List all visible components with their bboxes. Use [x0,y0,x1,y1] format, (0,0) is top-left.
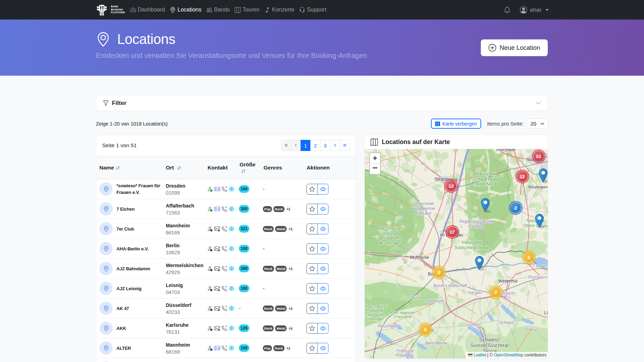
svg-text:Parc naturel: Parc naturel [365,304,387,308]
svg-text:Naturpark: Naturpark [476,171,496,176]
svg-text:des Ballons: des Ballons [379,236,401,241]
svg-text:51: 51 [536,154,541,159]
svg-text:7: 7 [494,290,497,295]
svg-text:Mulhouse: Mulhouse [410,255,429,260]
svg-text:Horloger: Horloger [369,317,384,321]
svg-text:régional: régional [369,308,384,312]
svg-text:Naturpark: Naturpark [461,240,482,245]
svg-text:Fribourg/: Fribourg/ [396,348,415,353]
svg-text:Glarus: Glarus [525,327,538,332]
svg-text:d'Alsace: d'Alsace [415,211,432,216]
svg-text:Freiburg: Freiburg [397,353,414,358]
svg-text:Suisse/Svizzera/: Suisse/Svizzera/ [470,342,509,348]
svg-text:12: 12 [448,183,454,189]
svg-text:Winterthur: Winterthur [498,279,517,284]
svg-text:Schweiz/: Schweiz/ [479,337,500,342]
svg-text:Thurgau: Thurgau [528,275,544,280]
svg-text:Aargau: Aargau [468,290,482,295]
svg-text:Bern/Berne: Bern/Berne [425,341,447,346]
svg-text:17: 17 [449,229,455,235]
svg-text:Regierungsbezirk: Regierungsbezirk [459,219,493,224]
svg-text:2: 2 [514,205,517,211]
svg-text:régional: régional [382,231,398,236]
svg-text:Schwarzwald: Schwarzwald [472,176,499,182]
svg-text:Neuchâtel: Neuchâtel [378,324,398,329]
svg-text:Mitte/Nord: Mitte/Nord [475,181,497,187]
svg-text:Zürich: Zürich [501,291,514,296]
svg-text:Reutlingen: Reutlingen [529,185,548,189]
svg-text:du Doubs: du Doubs [368,312,385,317]
svg-text:5: 5 [528,255,530,260]
svg-text:Basel-Landschaft: Basel-Landschaft [433,283,467,288]
svg-text:Li: Li [544,310,548,315]
svg-text:Luzern: Luzern [467,322,480,327]
svg-text:Freiburg: Freiburg [468,224,485,229]
svg-text:Bodensee: Bodensee [536,264,548,268]
svg-text:européenne: européenne [412,206,435,211]
svg-text:9: 9 [438,270,440,275]
svg-text:Collectivité: Collectivité [413,201,434,206]
svg-text:Schwyz: Schwyz [499,320,514,325]
svg-text:22: 22 [520,174,525,179]
svg-text:Jura: Jura [411,295,420,300]
svg-text:Parc régional: Parc régional [391,310,414,315]
svg-text:Solothurn: Solothurn [425,299,444,303]
svg-text:Südschwarzwald: Südschwarzwald [454,245,488,250]
svg-text:Pforzheim: Pforzheim [497,149,515,152]
svg-text:Parc naturel: Parc naturel [378,226,402,231]
svg-text:5: 5 [424,327,427,332]
svg-text:des Vosges: des Vosges [379,241,401,246]
svg-text:Chasseral: Chasseral [393,315,411,319]
